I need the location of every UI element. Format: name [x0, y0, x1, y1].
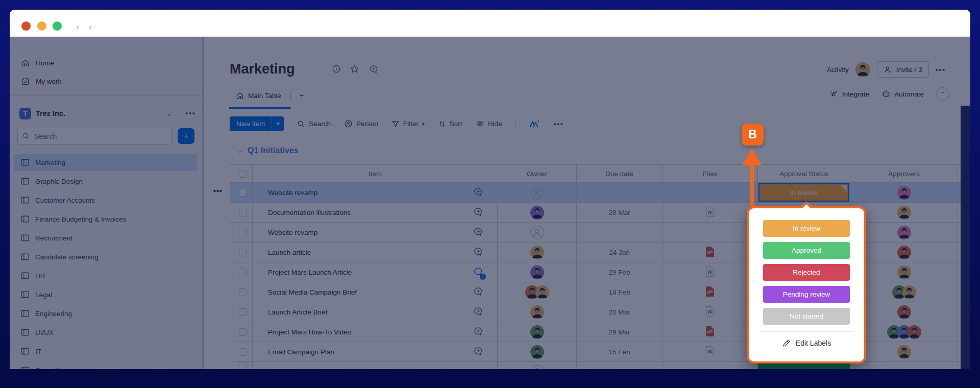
- forward-icon[interactable]: ›: [89, 22, 92, 32]
- app-window: ‹ › Home My work T Trez Inc. ⌄ •••: [10, 10, 970, 369]
- back-icon[interactable]: ‹: [76, 22, 79, 32]
- pencil-icon: [782, 339, 791, 348]
- callout-arrow-shaft: [750, 164, 754, 208]
- status-option-in-review[interactable]: In review: [763, 220, 850, 237]
- minimize-window-button[interactable]: [37, 21, 46, 31]
- edit-labels-label: Edit Labels: [796, 339, 831, 347]
- maximize-window-button[interactable]: [53, 21, 62, 31]
- status-option-not-started[interactable]: Not started: [763, 308, 850, 325]
- status-option-approved[interactable]: Approved: [763, 242, 850, 259]
- status-option-pending-review[interactable]: Pending review: [763, 286, 850, 303]
- callout-marker-b: B: [742, 124, 764, 146]
- status-option-rejected[interactable]: Rejected: [763, 264, 850, 281]
- close-window-button[interactable]: [21, 21, 31, 31]
- window-titlebar: ‹ ›: [10, 10, 970, 37]
- status-picker-popup: In reviewApprovedRejectedPending reviewN…: [747, 206, 866, 363]
- callout-arrow-icon: [742, 149, 762, 165]
- edit-labels-button[interactable]: Edit Labels: [763, 332, 850, 354]
